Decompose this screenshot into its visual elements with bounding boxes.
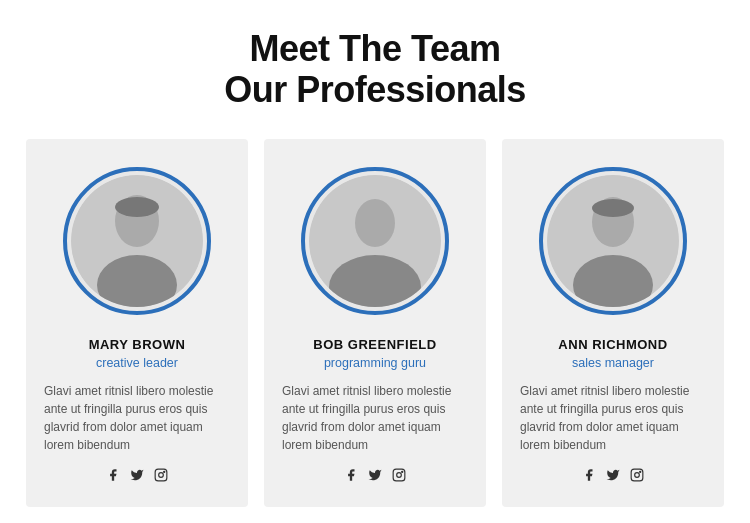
member-bio-2: Glavi amet ritnisl libero molestie ante … <box>520 382 706 454</box>
team-grid: MARY BROWN creative leader Glavi amet ri… <box>20 139 730 507</box>
heading-line1: Meet The Team <box>250 28 501 69</box>
member-name-1: BOB GREENFIELD <box>313 337 436 352</box>
member-role-1: programming guru <box>324 356 426 370</box>
twitter-icon-0[interactable] <box>130 468 144 485</box>
avatar-ring-0 <box>63 167 211 315</box>
social-icons-0 <box>106 468 168 485</box>
avatar-ring-1 <box>301 167 449 315</box>
svg-point-5 <box>159 472 164 477</box>
avatar-0 <box>71 175 203 307</box>
page-wrapper: Meet The Team Our Professionals <box>0 0 750 523</box>
twitter-icon-2[interactable] <box>606 468 620 485</box>
social-icons-1 <box>344 468 406 485</box>
facebook-icon-2[interactable] <box>582 468 596 485</box>
svg-point-6 <box>164 471 165 472</box>
instagram-icon-0[interactable] <box>154 468 168 485</box>
facebook-icon-1[interactable] <box>344 468 358 485</box>
svg-rect-10 <box>393 469 405 481</box>
svg-point-16 <box>592 199 634 217</box>
svg-rect-4 <box>155 469 167 481</box>
avatar-1 <box>309 175 441 307</box>
instagram-icon-1[interactable] <box>392 468 406 485</box>
member-name-0: MARY BROWN <box>89 337 186 352</box>
svg-point-18 <box>635 472 640 477</box>
member-name-2: ANN RICHMOND <box>558 337 667 352</box>
member-bio-1: Glavi amet ritnisl libero molestie ante … <box>282 382 468 454</box>
avatar-ring-2 <box>539 167 687 315</box>
social-icons-2 <box>582 468 644 485</box>
svg-point-19 <box>640 471 641 472</box>
twitter-icon-1[interactable] <box>368 468 382 485</box>
member-bio-0: Glavi amet ritnisl libero molestie ante … <box>44 382 230 454</box>
team-card-2: ANN RICHMOND sales manager Glavi amet ri… <box>502 139 724 507</box>
svg-point-11 <box>397 472 402 477</box>
avatar-2 <box>547 175 679 307</box>
team-card-0: MARY BROWN creative leader Glavi amet ri… <box>26 139 248 507</box>
svg-rect-17 <box>631 469 643 481</box>
facebook-icon-0[interactable] <box>106 468 120 485</box>
svg-point-12 <box>402 471 403 472</box>
section-heading: Meet The Team Our Professionals <box>224 28 526 111</box>
svg-point-3 <box>115 197 159 217</box>
member-role-2: sales manager <box>572 356 654 370</box>
svg-point-8 <box>355 199 395 247</box>
heading-line2: Our Professionals <box>224 69 526 110</box>
instagram-icon-2[interactable] <box>630 468 644 485</box>
team-card-1: BOB GREENFIELD programming guru Glavi am… <box>264 139 486 507</box>
section-title: Meet The Team Our Professionals <box>224 28 526 111</box>
member-role-0: creative leader <box>96 356 178 370</box>
